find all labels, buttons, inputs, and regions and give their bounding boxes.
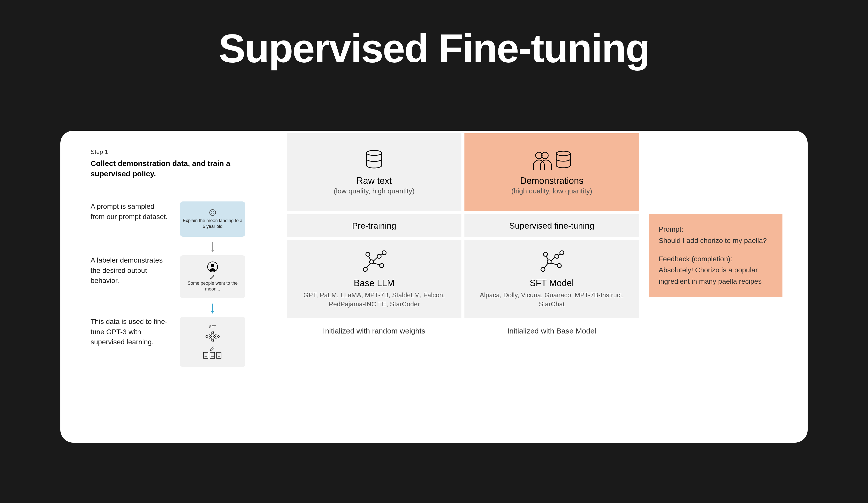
svg-line-48: [369, 256, 371, 260]
cell-demonstrations: Demonstrations (high quality, low quanti…: [464, 133, 639, 211]
page-title: Supervised Fine-tuning: [0, 0, 868, 71]
svg-line-50: [381, 254, 383, 255]
svg-point-2: [213, 211, 214, 212]
raw-text-sub: (low quality, high quantity): [334, 187, 415, 195]
svg-line-58: [544, 263, 548, 268]
pencil-icon: [210, 274, 215, 280]
demonstrations-title: Demonstrations: [520, 176, 583, 186]
graph-network-icon: [538, 249, 566, 274]
svg-point-0: [209, 210, 216, 216]
flow-row-2: A labeler demonstrates the desired outpu…: [91, 255, 262, 298]
comparison-grid: Raw text (low quality, high quantity) De…: [287, 133, 639, 341]
labeler-output-text: Some people went to the moon...: [182, 281, 243, 292]
svg-line-62: [551, 263, 558, 265]
cell-sft: Supervised fine-tuning: [464, 214, 639, 237]
flow-row-1: A prompt is sampled from our prompt data…: [91, 201, 262, 237]
pretraining-label: Pre-training: [352, 221, 396, 231]
flow-row-3: This data is used to fine-tune GPT-3 wit…: [91, 317, 262, 367]
svg-marker-6: [211, 250, 214, 252]
neural-network-icon: [204, 330, 221, 343]
step-title: Collect demonstration data, and train a …: [91, 158, 262, 179]
svg-point-39: [542, 152, 548, 159]
arrow-row-1: [91, 242, 262, 253]
arrow-row-2: [91, 303, 262, 314]
svg-line-49: [373, 257, 378, 261]
svg-line-51: [373, 263, 380, 265]
svg-line-59: [546, 256, 548, 260]
svg-point-38: [536, 152, 542, 159]
labeler-box: Some people went to the moon...: [180, 255, 245, 298]
cell-base-llm: Base LLM GPT, PaLM, LLaMA, MPT-7B, Stabl…: [287, 240, 462, 318]
svg-point-3: [210, 213, 211, 213]
cell-pretraining: Pre-training: [287, 214, 462, 237]
svg-point-11: [211, 331, 214, 333]
documents-icon: [203, 352, 223, 359]
svg-rect-33: [217, 352, 221, 358]
cell-init-base: Initialized with Base Model: [464, 321, 639, 341]
svg-point-4: [214, 211, 215, 211]
svg-point-12: [206, 335, 208, 337]
svg-rect-25: [204, 352, 208, 358]
flow-text-2: A labeler demonstrates the desired outpu…: [91, 255, 168, 286]
svg-marker-10: [211, 311, 214, 314]
arrow-down-icon: [210, 242, 215, 253]
raw-text-title: Raw text: [356, 176, 392, 186]
note-prompt-label: Prompt:: [659, 224, 773, 235]
flow-text-3: This data is used to fine-tune GPT-3 wit…: [91, 317, 168, 347]
svg-line-61: [559, 254, 560, 255]
svg-point-8: [211, 264, 214, 268]
svg-point-13: [209, 335, 211, 337]
cell-sft-model: SFT Model Alpaca, Dolly, Vicuna, Guanaco…: [464, 240, 639, 318]
step-panel: Step 1 Collect demonstration data, and t…: [91, 148, 262, 377]
cell-init-random: Initialized with random weights: [287, 321, 462, 341]
database-icon: [364, 149, 384, 172]
svg-point-15: [217, 335, 219, 337]
people-database-icon: [530, 149, 573, 172]
svg-rect-29: [210, 352, 215, 358]
example-note: Prompt: Should I add chorizo to my paell…: [649, 214, 783, 297]
content-card: Step 1 Collect demonstration data, and t…: [60, 131, 808, 443]
note-feedback-label: Feedback (completion):: [659, 253, 773, 265]
init-random-text: Initialized with random weights: [323, 327, 425, 335]
person-avatar-icon: [207, 261, 218, 272]
base-llm-list: GPT, PaLM, LLaMA, MPT-7B, StableLM, Falc…: [294, 291, 454, 309]
svg-point-16: [211, 340, 214, 342]
step-number: Step 1: [91, 148, 262, 155]
sft-label: SFT: [209, 324, 216, 329]
note-prompt-text: Should I add chorizo to my paella?: [659, 235, 773, 247]
svg-point-54: [544, 252, 547, 256]
sft-box: SFT: [180, 317, 245, 367]
pencil-icon: [210, 345, 215, 351]
base-llm-title: Base LLM: [354, 278, 394, 289]
arrow-down-blue-icon: [210, 303, 215, 314]
svg-point-57: [557, 264, 561, 268]
svg-point-1: [211, 211, 212, 212]
sft-phase-label: Supervised fine-tuning: [509, 221, 594, 231]
svg-point-46: [380, 264, 384, 268]
svg-point-40: [556, 151, 570, 156]
flow-text-1: A prompt is sampled from our prompt data…: [91, 201, 168, 222]
svg-line-60: [551, 257, 555, 261]
moon-face-icon: [209, 209, 216, 216]
svg-point-14: [214, 335, 216, 337]
graph-network-icon: [360, 249, 388, 274]
prompt-example-box: Explain the moon landing to a 6 year old: [180, 201, 245, 237]
prompt-example-text: Explain the moon landing to a 6 year old: [182, 218, 243, 230]
note-feedback-text: Absolutely! Chorizo is a popular ingredi…: [659, 264, 773, 287]
svg-point-43: [366, 252, 370, 256]
sft-model-list: Alpaca, Dolly, Vicuna, Guanaco, MPT-7B-I…: [472, 291, 631, 309]
svg-point-37: [366, 150, 382, 155]
svg-point-55: [555, 254, 559, 258]
init-base-text: Initialized with Base Model: [507, 327, 596, 335]
demonstrations-sub: (high quality, low quantity): [511, 187, 592, 195]
cell-raw-text: Raw text (low quality, high quantity): [287, 133, 462, 211]
svg-line-47: [366, 263, 370, 268]
svg-point-44: [377, 254, 381, 258]
sft-model-title: SFT Model: [530, 278, 574, 289]
